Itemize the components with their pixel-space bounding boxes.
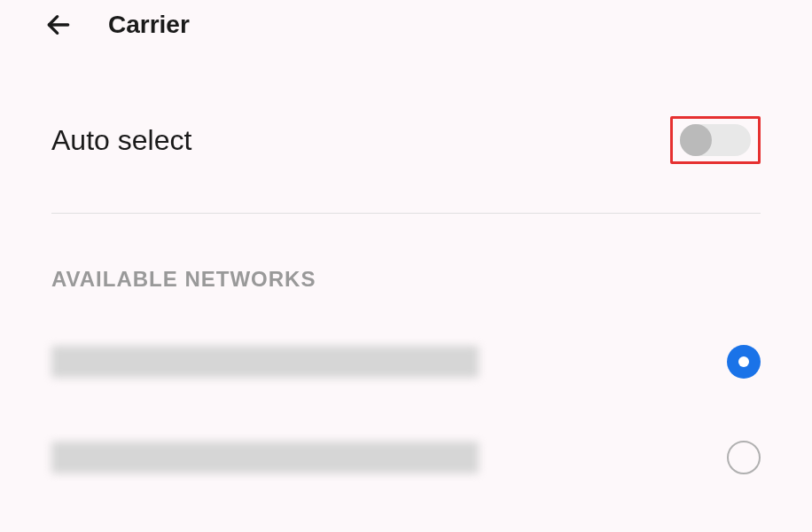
content: Auto select AVAILABLE NETWORKS bbox=[0, 50, 812, 505]
toggle-knob bbox=[680, 124, 712, 156]
auto-select-row: Auto select bbox=[51, 50, 761, 214]
toggle-highlight-box bbox=[670, 116, 761, 164]
page-title: Carrier bbox=[108, 11, 190, 39]
available-networks-header: AVAILABLE NETWORKS bbox=[51, 214, 761, 314]
network-label-blurred bbox=[51, 442, 479, 473]
auto-select-label: Auto select bbox=[51, 124, 191, 157]
auto-select-toggle[interactable] bbox=[680, 124, 751, 156]
radio-unselected-icon[interactable] bbox=[727, 441, 761, 474]
header: Carrier bbox=[0, 0, 812, 50]
network-row[interactable] bbox=[51, 410, 761, 505]
back-arrow-icon[interactable] bbox=[44, 11, 73, 39]
network-row[interactable] bbox=[51, 314, 761, 410]
radio-selected-icon[interactable] bbox=[727, 345, 761, 379]
network-label-blurred bbox=[51, 346, 479, 378]
